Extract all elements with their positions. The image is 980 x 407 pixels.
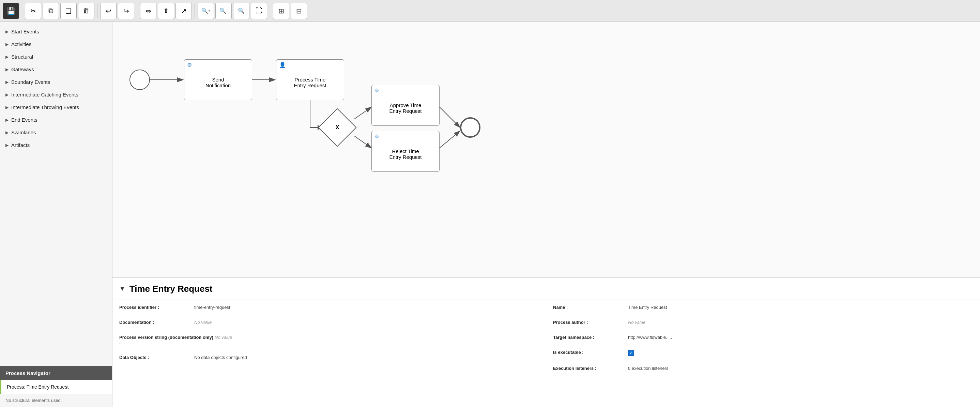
prop-row-is-executable: Is executable : ✓ <box>553 345 973 361</box>
start-events-arrow: ▶ <box>5 29 8 34</box>
layout1-button[interactable]: ⊞ <box>273 3 289 19</box>
svg-line-7 <box>439 107 460 128</box>
toolbar-separator-4 <box>194 4 195 18</box>
diagram-canvas[interactable]: ⚙ SendNotification 👤 Process TimeEntry R… <box>113 22 980 278</box>
prop-label-documentation: Documentation : <box>119 320 194 325</box>
process-navigator-note: No structural elements used. <box>0 394 112 407</box>
arrows-svg <box>113 22 521 226</box>
properties-grid: Process identifier : time-entry-request … <box>113 300 980 376</box>
prop-label-is-executable: Is executable : <box>553 350 628 355</box>
prop-value-execution-listeners: 0 execution listeners <box>628 366 973 371</box>
task-reject-time-entry[interactable]: ⚙ Reject TimeEntry Request <box>371 131 439 172</box>
svg-line-5 <box>355 107 371 119</box>
gateway-diamond <box>318 108 356 147</box>
start-event[interactable] <box>129 70 150 90</box>
sidebar-item-label-swimlanes: Swimlanes <box>11 129 36 135</box>
task-approve-time-entry[interactable]: ⚙ Approve TimeEntry Request <box>371 85 439 126</box>
sidebar-item-swimlanes[interactable]: ▶ Swimlanes <box>0 126 112 139</box>
prop-row-documentation: Documentation : No value <box>119 315 539 330</box>
task-process-time-entry-label: Process TimeEntry Request <box>294 77 326 88</box>
prop-row-data-objects: Data Objects : No data objects configure… <box>119 350 539 365</box>
sidebar-item-start-events[interactable]: ▶ Start Events <box>0 25 112 38</box>
toolbar: 💾 ✂ ⧉ ❏ 🗑 ↩ ↪ ⇔ ⇕ ↗ 🔍+ 🔍- 🔍 ⛶ ⊞ ⊟ <box>0 0 980 22</box>
artifacts-arrow: ▶ <box>5 143 8 148</box>
gear-icon-approve: ⚙ <box>374 87 379 94</box>
prop-label-process-identifier: Process identifier : <box>119 305 194 310</box>
task-approve-time-entry-label: Approve TimeEntry Request <box>389 102 422 114</box>
gear-icon-reject: ⚙ <box>374 133 379 140</box>
process-navigator-item[interactable]: Process: Time Entry Request <box>0 380 112 394</box>
sidebar-item-end-events[interactable]: ▶ End Events <box>0 113 112 126</box>
sidebar-item-label-activities: Activities <box>11 41 31 47</box>
prop-row-execution-listeners: Execution listeners : 0 execution listen… <box>553 361 973 376</box>
sidebar-item-gateways[interactable]: ▶ Gateways <box>0 63 112 76</box>
sidebar-item-structural[interactable]: ▶ Structural <box>0 51 112 63</box>
svg-line-6 <box>355 136 371 148</box>
sidebar-item-boundary-events[interactable]: ▶ Boundary Events <box>0 76 112 88</box>
prop-value-name: Time Entry Request <box>628 305 973 310</box>
prop-value-is-executable: ✓ <box>628 350 973 356</box>
sidebar-item-label-boundary-events: Boundary Events <box>11 79 50 85</box>
prop-value-process-author: No value <box>628 320 973 325</box>
sidebar-item-label-end-events: End Events <box>11 117 38 123</box>
is-executable-checkbox[interactable]: ✓ <box>628 350 634 356</box>
zoom-fit-button[interactable]: 🔍 <box>233 3 250 19</box>
sidebar-item-label-start-events: Start Events <box>11 29 39 34</box>
prop-row-process-version: Process version string (documentation on… <box>119 330 539 350</box>
sidebar-item-label-gateways: Gateways <box>11 67 34 72</box>
sidebar-item-intermediate-catching[interactable]: ▶ Intermediate Catching Events <box>0 88 112 101</box>
gateways-arrow: ▶ <box>5 67 8 72</box>
collapse-arrow[interactable]: ▼ <box>119 285 126 292</box>
task-send-notification[interactable]: ⚙ SendNotification <box>184 59 252 100</box>
end-event[interactable] <box>460 117 480 138</box>
prop-label-target-namespace: Target namespace : <box>553 335 628 340</box>
prop-label-execution-listeners: Execution listeners : <box>553 366 628 371</box>
redo-button[interactable]: ↪ <box>118 3 134 19</box>
layout2-button[interactable]: ⊟ <box>291 3 307 19</box>
properties-right-col: Name : Time Entry Request Process author… <box>546 300 980 376</box>
toolbar-separator-3 <box>137 4 137 18</box>
prop-value-data-objects: No data objects configured <box>194 355 539 360</box>
undo-button[interactable]: ↩ <box>100 3 116 19</box>
cut-button[interactable]: ✂ <box>25 3 41 19</box>
properties-title-text: Time Entry Request <box>129 284 213 294</box>
connect-button[interactable]: ↗ <box>175 3 192 19</box>
structural-arrow: ▶ <box>5 54 8 59</box>
prop-row-name: Name : Time Entry Request <box>553 300 973 315</box>
fullscreen-button[interactable]: ⛶ <box>251 3 267 19</box>
delete-button[interactable]: 🗑 <box>78 3 94 19</box>
svg-line-8 <box>439 131 460 148</box>
main-layout: ▶ Start Events ▶ Activities ▶ Structural… <box>0 22 980 407</box>
copy-button[interactable]: ⧉ <box>43 3 59 19</box>
gateway-container[interactable]: X <box>324 114 351 141</box>
sidebar-item-label-artifacts: Artifacts <box>11 142 30 148</box>
prop-label-data-objects: Data Objects : <box>119 355 194 360</box>
swimlanes-arrow: ▶ <box>5 130 8 135</box>
sidebar-item-label-intermediate-catching: Intermediate Catching Events <box>11 92 78 97</box>
task-reject-time-entry-label: Reject TimeEntry Request <box>389 148 422 160</box>
save-button[interactable]: 💾 <box>3 3 19 19</box>
align-v-button[interactable]: ⇕ <box>158 3 174 19</box>
prop-row-process-author: Process author : No value <box>553 315 973 330</box>
paste-button[interactable]: ❏ <box>60 3 77 19</box>
sidebar-nav: ▶ Start Events ▶ Activities ▶ Structural… <box>0 22 112 366</box>
toolbar-separator-5 <box>270 4 270 18</box>
person-icon-process: 👤 <box>279 62 286 68</box>
toolbar-separator-1 <box>22 4 22 18</box>
prop-value-process-version: No value <box>215 335 539 340</box>
canvas-area: ⚙ SendNotification 👤 Process TimeEntry R… <box>113 22 980 407</box>
task-process-time-entry[interactable]: 👤 Process TimeEntry Request <box>276 59 344 100</box>
align-h-button[interactable]: ⇔ <box>140 3 156 19</box>
intermediate-catching-arrow: ▶ <box>5 93 8 97</box>
sidebar-item-intermediate-throwing[interactable]: ▶ Intermediate Throwing Events <box>0 101 112 113</box>
zoom-in-button[interactable]: 🔍+ <box>197 3 214 19</box>
properties-left-col: Process identifier : time-entry-request … <box>113 300 546 376</box>
sidebar-item-artifacts[interactable]: ▶ Artifacts <box>0 139 112 152</box>
sidebar: ▶ Start Events ▶ Activities ▶ Structural… <box>0 22 113 407</box>
sidebar-item-activities[interactable]: ▶ Activities <box>0 38 112 51</box>
prop-label-name: Name : <box>553 305 628 310</box>
prop-row-target-namespace: Target namespace : http://www.flowable. … <box>553 330 973 345</box>
prop-label-process-version: Process version string (documentation on… <box>119 335 215 345</box>
zoom-out-button[interactable]: 🔍- <box>215 3 232 19</box>
gear-icon-send: ⚙ <box>187 62 192 68</box>
